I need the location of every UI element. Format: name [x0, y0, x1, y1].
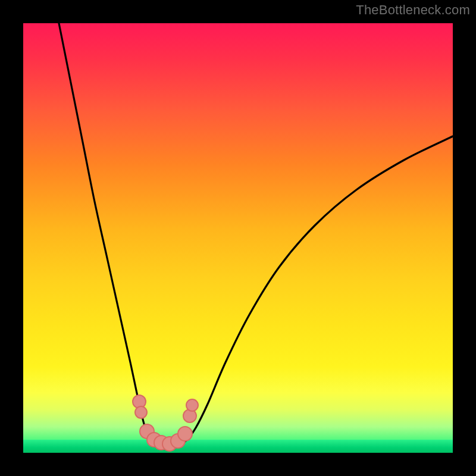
highlight-marker	[135, 406, 147, 418]
watermark-text: TheBottleneck.com	[356, 2, 470, 18]
chart-plot-area	[23, 23, 453, 453]
highlight-marker	[178, 427, 192, 441]
chart-svg	[23, 23, 453, 453]
bottleneck-curve	[59, 23, 453, 447]
highlight-marker	[186, 399, 198, 411]
highlight-markers	[133, 395, 198, 451]
